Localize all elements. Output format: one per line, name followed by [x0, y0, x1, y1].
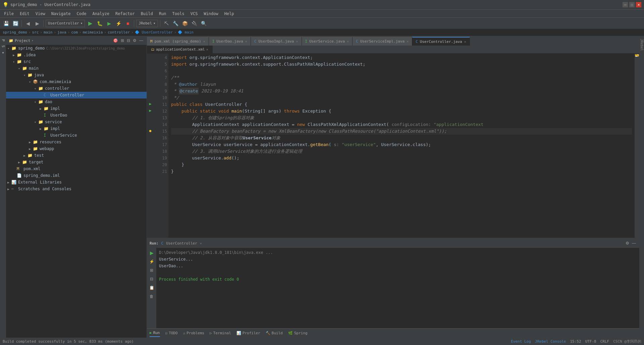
maximize-button[interactable]: □ [629, 2, 635, 7]
run-toolbar-btn-4[interactable]: 📋 [148, 284, 155, 291]
tree-item-com-meimeixia[interactable]: ▾ 📦 com.meimeixia [6, 78, 147, 85]
menu-edit[interactable]: Edit [17, 11, 32, 17]
bottom-tab-todo[interactable]: ☑ TODO [165, 330, 178, 337]
breadcrumb-com[interactable]: com [71, 30, 78, 34]
jrebel-console-label[interactable]: JRebel Console [535, 339, 566, 344]
menu-tools[interactable]: Tools [170, 11, 187, 17]
close-userserviceimpl-tab-button[interactable]: ✕ [407, 40, 409, 43]
tree-item-java[interactable]: ▾ 📁 java [6, 72, 147, 78]
bottom-tab-spring[interactable]: 🌿 Spring [288, 330, 308, 337]
code-editor[interactable]: ▶ ▶ ● 4 5 6 [147, 54, 639, 238]
tree-item-service-impl[interactable]: ▶ 📁 impl [6, 125, 147, 132]
debug-button[interactable]: 🐛 [96, 19, 104, 27]
bottom-tab-run[interactable]: ▶ Run [150, 329, 160, 337]
menu-help[interactable]: Help [222, 11, 237, 17]
profile-button[interactable]: ⚡ [114, 19, 122, 27]
run-toolbar-btn-3[interactable]: ⊟ [148, 275, 155, 283]
tree-item-dao-impl[interactable]: ▶ 📁 impl [6, 105, 147, 112]
sec-tab-applicationcontext[interactable]: 🗂 applicationContext.xml ✕ [147, 46, 213, 54]
run-toolbar-btn-5[interactable]: 🗑 [148, 293, 155, 300]
tree-item-test[interactable]: ▶ 📁 test [6, 152, 147, 159]
tree-item-controller[interactable]: ▾ 📁 controller [6, 85, 147, 92]
structure-icon[interactable]: S [0, 44, 6, 49]
menu-view[interactable]: View [33, 11, 48, 17]
breadcrumb-controller[interactable]: controller [108, 30, 130, 34]
menu-file[interactable]: File [1, 11, 16, 17]
tree-item-usercontroller[interactable]: C UserController [6, 92, 147, 98]
menu-vcs[interactable]: VCS [188, 11, 201, 17]
close-pom-tab-button[interactable]: ✕ [203, 40, 205, 43]
run-with-coverage-button[interactable]: ▶ [105, 19, 113, 27]
run-gutter-icon-11[interactable]: ▶ [149, 101, 151, 106]
tree-item-resources[interactable]: ▶ 📁 resources [6, 139, 147, 145]
tree-item-src[interactable]: ▾ 📁 src [6, 58, 147, 65]
event-log-label[interactable]: Event Log [511, 339, 531, 344]
line-sep-indicator[interactable]: CRLF [600, 339, 609, 344]
bottom-tab-build[interactable]: 🔨 Build [266, 330, 283, 337]
code-content[interactable]: import org.springframework.context.Appli… [168, 54, 635, 238]
toolbar-btn-2[interactable]: 🔧 [172, 19, 180, 27]
toolbar-btn-1[interactable]: ⛏ [162, 19, 170, 27]
toolbar-btn-5[interactable]: 🔍 [200, 19, 208, 27]
hide-panel-button[interactable]: — [139, 38, 144, 43]
line-col-indicator[interactable]: 15:52 [570, 339, 581, 344]
menu-analyze[interactable]: Analyze [90, 11, 112, 17]
expand-all-button[interactable]: ⊞ [120, 38, 125, 43]
collapse-all-button[interactable]: ⊟ [126, 38, 131, 43]
close-run-panel-button[interactable]: ✕ [200, 242, 202, 245]
bottom-tab-problems[interactable]: ⚠ Problems [183, 330, 205, 337]
settings-icon[interactable]: ⚙ [132, 38, 137, 43]
close-userdao-tab-button[interactable]: ✕ [245, 40, 247, 43]
run-gutter-icon-12[interactable]: ▶ [149, 108, 151, 113]
tree-item-webapp[interactable]: ▶ 📁 webapp [6, 145, 147, 152]
close-button[interactable]: ✕ [636, 2, 641, 7]
tree-item-userservice[interactable]: I UserService [6, 132, 147, 139]
save-all-button[interactable]: 💾 [2, 19, 10, 27]
run-toolbar-btn-1[interactable]: ⚡ [148, 258, 155, 265]
encoding-indicator[interactable]: UTF-8 [585, 339, 596, 344]
menu-refactor[interactable]: Refactor [113, 11, 138, 17]
toolbar-btn-3[interactable]: 📦 [181, 19, 189, 27]
tree-item-pom[interactable]: M pom.xml [6, 165, 147, 172]
run-settings-button[interactable]: ⚙ [625, 241, 630, 246]
tree-item-external-libs[interactable]: ▶ 📊 External Libraries [6, 179, 147, 186]
chevron-down-icon[interactable]: ▾ [32, 39, 33, 42]
tab-userserviceimpl[interactable]: C UserServiceImpl.java ✕ [353, 37, 412, 46]
forward-button[interactable]: ▶ [33, 19, 41, 27]
tree-item-scratches[interactable]: ▶ ✂ Scratches and Consoles [6, 186, 147, 192]
rerun-button[interactable]: ▶ [148, 249, 155, 257]
breadcrumb-usercontroller[interactable]: 🔷 UserController [135, 30, 173, 34]
close-usercontroller-tab-button[interactable]: ✕ [464, 40, 466, 44]
tab-pom-xml[interactable]: M pom.xml (spring_demo) ✕ [147, 37, 209, 46]
tab-userservice[interactable]: I UserService.java ✕ [302, 37, 353, 46]
run-toolbar-btn-2[interactable]: ⊞ [148, 267, 155, 274]
bottom-tab-terminal[interactable]: ▷ Terminal [210, 330, 231, 337]
run-hide-button[interactable]: — [631, 241, 637, 246]
tree-item-dao[interactable]: ▾ 📁 dao [6, 98, 147, 105]
tree-item-idea[interactable]: ▶ 📁 .idea [6, 52, 147, 58]
run-button[interactable]: ▶ [86, 19, 94, 27]
jrebel-dropdown[interactable]: JRebel ▾ [136, 20, 158, 27]
tab-userdao[interactable]: I UserDao.java ✕ [209, 37, 251, 46]
close-userservice-tab-button[interactable]: ✕ [347, 40, 349, 43]
project-config-dropdown[interactable]: UserController ▾ [46, 20, 85, 27]
breadcrumb-main-method[interactable]: 🔷 main [178, 30, 194, 34]
menu-code[interactable]: Code [74, 11, 89, 17]
tree-item-userdao[interactable]: I UserDao [6, 112, 147, 119]
toolbar-btn-4[interactable]: 🔌 [191, 19, 199, 27]
tree-item-service[interactable]: ▾ 📁 service [6, 119, 147, 125]
tree-item-main[interactable]: ▾ 📁 main [6, 65, 147, 72]
close-appctx-tab-button[interactable]: ✕ [206, 48, 208, 51]
breadcrumb-spring-demo[interactable]: spring_demo [3, 30, 27, 34]
tab-userdaoimpl[interactable]: C UserDaoImpl.java ✕ [251, 37, 302, 46]
menu-window[interactable]: Window [201, 11, 221, 17]
minimize-button[interactable]: ─ [623, 2, 628, 7]
tab-usercontroller[interactable]: C UserController.java ✕ [412, 37, 470, 46]
tree-item-iml[interactable]: 📄 spring_demo.iml [6, 172, 147, 179]
bottom-tab-profiler[interactable]: 📊 Profiler [236, 330, 260, 337]
breadcrumb-main[interactable]: main [44, 30, 53, 34]
project-icon[interactable]: P [0, 38, 6, 43]
tree-item-target[interactable]: ▶ 📁 target [6, 159, 147, 165]
sync-button[interactable]: 🔄 [11, 19, 19, 27]
tree-item-spring-demo[interactable]: ▾ 📁 spring_demo C:\Users\32120\IdeaProje… [6, 45, 147, 52]
